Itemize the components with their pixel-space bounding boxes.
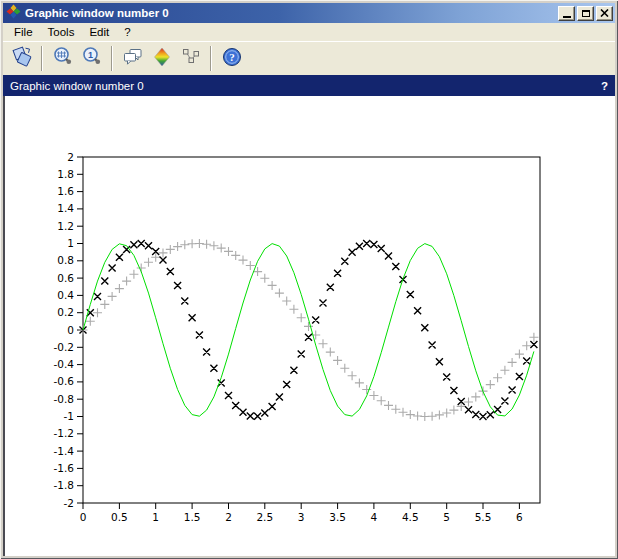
rotate-button[interactable] bbox=[8, 45, 35, 72]
figure-infobar: Graphic window number 0 ? bbox=[3, 75, 615, 96]
x-tick-label: 1 bbox=[152, 511, 159, 523]
y-tick-label: 0.4 bbox=[57, 289, 74, 301]
toolbar-separator bbox=[111, 46, 113, 71]
y-tick-label: -1 bbox=[64, 410, 74, 422]
y-tick-label: -2 bbox=[64, 497, 74, 509]
x-tick-label: 4 bbox=[371, 511, 378, 523]
toolbar: 1? bbox=[3, 42, 615, 75]
y-tick-label: -1.8 bbox=[54, 479, 75, 491]
minimize-button[interactable] bbox=[558, 6, 575, 21]
zoom-area-icon bbox=[52, 46, 74, 72]
window-controls bbox=[556, 6, 613, 21]
y-tick-label: 1.6 bbox=[57, 185, 74, 197]
y-tick-label: 1 bbox=[67, 237, 74, 249]
datatip-button[interactable] bbox=[177, 45, 204, 72]
close-button[interactable] bbox=[596, 6, 613, 21]
y-tick-label: -1.6 bbox=[54, 462, 75, 474]
scilab-pinwheel-icon bbox=[6, 4, 21, 23]
y-tick-label: 1.2 bbox=[57, 220, 74, 232]
x-tick-label: 0 bbox=[80, 511, 87, 523]
menubar: FileToolsEdit? bbox=[3, 23, 615, 42]
y-tick-label: -1.2 bbox=[54, 427, 75, 439]
y-tick-label: 0.8 bbox=[57, 254, 74, 266]
y-tick-label: 1.8 bbox=[57, 168, 74, 180]
x-tick-label: 5 bbox=[443, 511, 450, 523]
x-tick-label: 0.5 bbox=[111, 511, 128, 523]
datatip-icon bbox=[180, 46, 202, 72]
x-tick-label: 3.5 bbox=[329, 511, 346, 523]
graphic-window: Graphic window number 0 FileToolsEdit? 1… bbox=[0, 0, 618, 559]
menu-item-tools[interactable]: Tools bbox=[41, 24, 82, 40]
svg-text:?: ? bbox=[229, 51, 235, 63]
y-tick-label: -0.2 bbox=[54, 341, 75, 353]
x-tick-label: 5.5 bbox=[475, 511, 492, 523]
titlebar[interactable]: Graphic window number 0 bbox=[3, 3, 615, 23]
y-tick-label: 0.2 bbox=[57, 306, 74, 318]
toolbar-separator bbox=[210, 46, 212, 71]
toolbar-separator bbox=[41, 46, 43, 71]
colormap-icon bbox=[151, 46, 173, 72]
svg-text:1: 1 bbox=[87, 49, 92, 59]
x-tick-label: 4.5 bbox=[402, 511, 419, 523]
y-tick-label: 0 bbox=[67, 324, 74, 336]
menu-item-help[interactable]: ? bbox=[117, 24, 137, 40]
x-tick-label: 2.5 bbox=[256, 511, 273, 523]
graphics-editor-icon bbox=[122, 46, 144, 72]
window-title: Graphic window number 0 bbox=[25, 7, 552, 20]
figure-infobar-title: Graphic window number 0 bbox=[10, 80, 144, 92]
maximize-button[interactable] bbox=[577, 6, 594, 21]
x-tick-label: 3 bbox=[298, 511, 305, 523]
unzoom-button[interactable]: 1 bbox=[78, 45, 105, 72]
plot-canvas[interactable]: 21.81.61.41.210.80.60.40.20-0.2-0.4-0.6-… bbox=[5, 96, 615, 555]
rotate-icon bbox=[11, 46, 33, 72]
help-button[interactable]: ? bbox=[218, 45, 245, 72]
y-tick-label: -0.8 bbox=[54, 393, 75, 405]
help-icon: ? bbox=[221, 46, 243, 72]
y-tick-label: 1.4 bbox=[57, 202, 74, 214]
unzoom-icon: 1 bbox=[81, 46, 103, 72]
y-tick-label: -0.4 bbox=[54, 358, 75, 370]
plot-client-area: 21.81.61.41.210.80.60.40.20-0.2-0.4-0.6-… bbox=[3, 96, 615, 556]
zoom-area-button[interactable] bbox=[49, 45, 76, 72]
y-tick-label: 2 bbox=[67, 151, 74, 163]
menu-item-file[interactable]: File bbox=[7, 24, 40, 40]
x-tick-label: 6 bbox=[516, 511, 523, 523]
series-markers bbox=[79, 239, 539, 421]
x-tick-label: 1.5 bbox=[184, 511, 201, 523]
colormap-button[interactable] bbox=[148, 45, 175, 72]
graphics-editor-button[interactable] bbox=[119, 45, 146, 72]
y-tick-label: -0.6 bbox=[54, 375, 75, 387]
x-tick-label: 2 bbox=[225, 511, 232, 523]
y-tick-label: 0.6 bbox=[57, 272, 74, 284]
y-tick-label: -1.4 bbox=[54, 445, 75, 457]
menu-item-edit[interactable]: Edit bbox=[82, 24, 116, 40]
infobar-help-icon[interactable]: ? bbox=[601, 80, 608, 92]
